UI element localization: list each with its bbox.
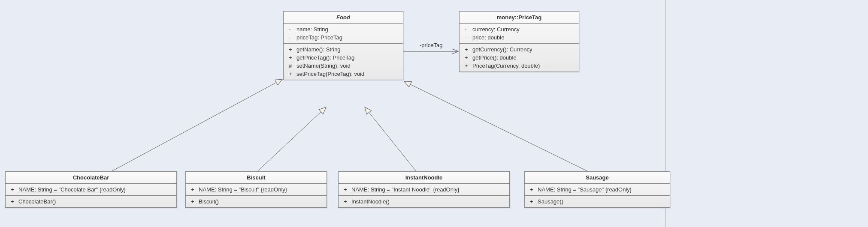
svg-line-1 (112, 79, 282, 171)
svg-line-2 (257, 107, 326, 171)
class-chocolatebar[interactable]: ChocolateBar +NAME: String = "Chocolate … (5, 171, 177, 208)
class-instantnoodle[interactable]: InstantNoodle +NAME: String = "Instant N… (338, 171, 510, 208)
class-chocolatebar-operations: +ChocolateBar() (6, 196, 176, 207)
class-sausage-operations: +Sausage() (525, 196, 670, 207)
class-food-name: Food (284, 12, 403, 24)
diagram-canvas: -priceTag Food -name: String -priceTag: … (0, 0, 868, 227)
class-pricetag-operations: +getCurrency(): Currency +getPrice(): do… (460, 44, 579, 72)
class-food-attributes: -name: String -priceTag: PriceTag (284, 24, 403, 44)
class-sausage-attributes: +NAME: String = "Sausage" {readOnly} (525, 184, 670, 196)
class-instantnoodle-operations: +InstantNoodle() (339, 196, 509, 207)
class-instantnoodle-attributes: +NAME: String = "Instant Noodle" {readOn… (339, 184, 509, 196)
svg-line-3 (365, 107, 416, 171)
class-biscuit-attributes: +NAME: String = "Biscuit" {readOnly} (186, 184, 327, 196)
class-biscuit-name: Biscuit (186, 172, 327, 184)
class-sausage-name: Sausage (525, 172, 670, 184)
class-sausage[interactable]: Sausage +NAME: String = "Sausage" {readO… (524, 171, 670, 208)
class-food-operations: +getName(): String +getPriceTag(): Price… (284, 44, 403, 80)
class-food[interactable]: Food -name: String -priceTag: PriceTag +… (283, 11, 403, 80)
class-pricetag-attributes: -currency: Currency -price: double (460, 24, 579, 44)
class-biscuit[interactable]: Biscuit +NAME: String = "Biscuit" {readO… (185, 171, 327, 208)
class-instantnoodle-name: InstantNoodle (339, 172, 509, 184)
svg-line-4 (404, 81, 588, 171)
class-chocolatebar-name: ChocolateBar (6, 172, 176, 184)
class-biscuit-operations: +Biscuit() (186, 196, 327, 207)
class-pricetag-name: money::PriceTag (460, 12, 579, 24)
class-pricetag[interactable]: money::PriceTag -currency: Currency -pri… (459, 11, 579, 72)
class-chocolatebar-attributes: +NAME: String = "Chocolate Bar" {readOnl… (6, 184, 176, 196)
association-label: -priceTag (420, 42, 442, 48)
